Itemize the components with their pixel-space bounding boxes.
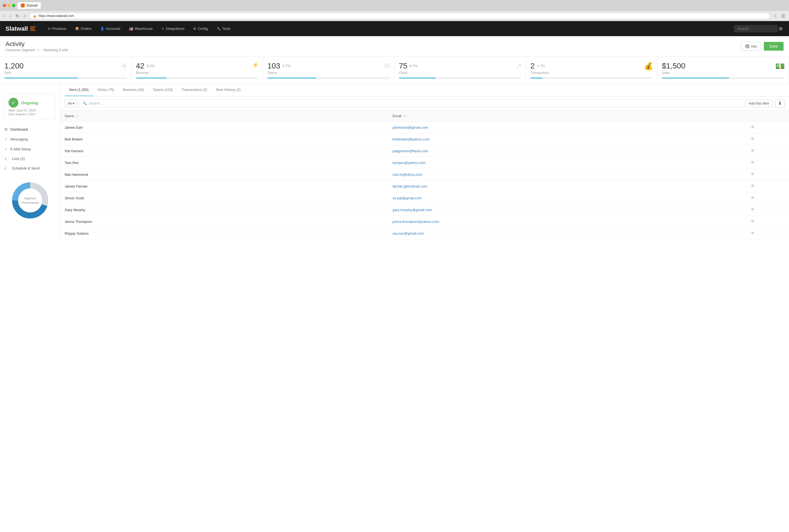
nav-orders[interactable]: 📦 Orders (71, 25, 95, 32)
view-icon[interactable]: 👁 (750, 172, 755, 177)
view-icon[interactable]: 👁 (750, 137, 755, 141)
nav-tools[interactable]: 🔧 Tools (213, 25, 234, 32)
sidebar-item-schedule[interactable]: 4. Schedule & Send (0, 164, 60, 173)
breadcrumb: Consumer Segment > Marketing E-Mail (5, 48, 70, 52)
tab-opens[interactable]: Opens (103) (148, 84, 177, 96)
tab-clicks[interactable]: Clicks (75) (93, 84, 118, 96)
stat-sales-label: Sales (662, 71, 784, 75)
nav-products[interactable]: 🏷 Products (44, 25, 70, 32)
reload-button[interactable]: ↻ (15, 13, 20, 19)
nav-integrations[interactable]: ⚛ Integrations (158, 25, 188, 32)
col-name-label: Name (65, 114, 74, 118)
cell-action: 👁 (716, 157, 789, 169)
accounts-icon: 👤 (100, 27, 104, 31)
settings-button[interactable]: ☰ (780, 13, 786, 19)
view-icon[interactable]: 👁 (750, 148, 755, 153)
tab-sent[interactable]: Sent (1,200) (65, 84, 93, 96)
save-button[interactable]: Save (764, 42, 784, 51)
email-link[interactable]: jenna.thompson@yahoo.com (392, 220, 439, 224)
cell-email: ss.pal@gmail.com (388, 192, 716, 204)
filter-search-input[interactable] (89, 101, 740, 106)
content-area: Sent (1,200) Clicks (75) Bounces (42) Op… (60, 84, 789, 239)
minimize-dot[interactable] (7, 4, 11, 7)
view-icon[interactable]: 👁 (750, 207, 755, 212)
tab-sent-history[interactable]: Sent History (2) (212, 84, 245, 96)
col-email-label: Email (392, 114, 402, 118)
cell-action: 👁 (716, 204, 789, 216)
back-button[interactable]: ‹ (3, 13, 6, 19)
stat-transactions-value: 2 (530, 62, 535, 70)
add-filter-button[interactable]: Add this filter (745, 100, 773, 107)
bounces-icon: ⚡ (252, 62, 259, 68)
email-link[interactable]: rey.sun@gmail.com (392, 231, 424, 235)
tab-transactions[interactable]: Transactions (2) (177, 84, 212, 96)
header-search-button[interactable]: ⊞ (778, 25, 784, 32)
browser-addressbar: ‹ › ↻ ⌂ 🔒 https://www.slatwall.com ☆ ☰ (0, 11, 789, 21)
address-bar[interactable]: 🔒 https://www.slatwall.com (29, 13, 770, 19)
email-link[interactable]: jamesearl@gmail.com (392, 126, 428, 130)
table-row: James Earl jamesearl@gmail.com 👁 (60, 121, 789, 133)
view-icon[interactable]: 👁 (750, 160, 755, 165)
email-link[interactable]: farmer.j@hotmail.com (392, 184, 427, 188)
sidebar-schedule-label: Schedule & Send (12, 166, 39, 170)
stat-clicks-percent: 9.7% (409, 64, 418, 68)
nav-config[interactable]: ⚙ Config (189, 25, 212, 32)
svg-text:Performance: Performance (21, 201, 39, 204)
sidebar-dashboard-label: Dashboard (11, 127, 28, 131)
email-sort-icon[interactable]: ⇅ (404, 115, 406, 118)
view-icon[interactable]: 👁 (750, 231, 755, 235)
email-link[interactable]: patgenson@fasol.com (392, 149, 428, 153)
breadcrumb-current: Marketing E-Mail (43, 48, 68, 52)
cell-name: Simon Scott (60, 192, 388, 204)
browser-dots (3, 4, 15, 7)
cell-email: rey.sun@gmail.com (388, 228, 716, 239)
breadcrumb-parent[interactable]: Consumer Segment (5, 48, 35, 52)
email-link[interactable]: tompen@yahoo.com (392, 161, 425, 165)
stat-transactions-percent: 1.7% (537, 64, 545, 68)
cell-name: Gary Murphy (60, 204, 388, 216)
cell-email: jenna.thompson@yahoo.com (388, 216, 716, 228)
bookmark-button[interactable]: ☆ (772, 13, 778, 19)
tab-favicon (21, 3, 25, 7)
tabs: Sent (1,200) Clicks (75) Bounces (42) Op… (60, 84, 789, 96)
sidebar-item-lists[interactable]: 3. Lists (2) (0, 154, 60, 164)
view-icon[interactable]: 👁 (750, 184, 755, 188)
forward-button[interactable]: › (8, 13, 12, 19)
sidebar-item-email-setup[interactable]: ✓ E-Mail Setup (0, 144, 60, 154)
close-dot[interactable] (3, 4, 6, 7)
home-button[interactable]: ⌂ (22, 13, 27, 19)
sidebar-item-messaging[interactable]: ✓ Messaging (0, 134, 60, 144)
info-button[interactable]: i Info (741, 42, 761, 51)
status-label: Ongoing (21, 100, 38, 105)
opens-icon: ✉ (384, 62, 390, 71)
stat-sales-value: $1,500 (662, 62, 685, 70)
header-search-input[interactable] (734, 25, 778, 32)
cell-name: Reyjay Solares (60, 228, 388, 239)
config-icon: ⚙ (193, 27, 196, 31)
maximize-dot[interactable] (12, 4, 15, 7)
table-row: Bob Bobert bobbobert@yahoo.com 👁 (60, 133, 789, 145)
table-header-row: Name ⇅ Email ⇅ (60, 111, 789, 121)
email-link[interactable]: gary.murphy@gmail.com (392, 208, 432, 212)
nav-warehouse[interactable]: 🏭 Warehouse (125, 25, 157, 32)
view-icon[interactable]: 👁 (750, 125, 755, 130)
filter-dropdown-label: All (68, 101, 72, 106)
cell-email: patgenson@fasol.com (388, 145, 716, 157)
view-icon[interactable]: 👁 (750, 219, 755, 224)
tab-bounces[interactable]: Bounces (42) (118, 84, 148, 96)
filter-dropdown[interactable]: All ▾ (65, 100, 77, 107)
sidebar-item-dashboard[interactable]: ⊞ Dashboard (0, 124, 60, 134)
browser-tab[interactable]: Slatwall (18, 2, 41, 9)
email-link[interactable]: ss.pal@gmail.com (392, 196, 422, 200)
email-link[interactable]: mat.hs@dncp.com (392, 172, 422, 177)
view-icon[interactable]: 👁 (750, 195, 755, 200)
email-link[interactable]: bobbobert@yahoo.com (392, 137, 429, 141)
stat-sent-label: Sent (4, 71, 127, 75)
svg-text:Segment: Segment (24, 196, 36, 200)
name-sort-icon[interactable]: ⇅ (76, 115, 78, 118)
stat-bounces-label: Bounces (136, 71, 258, 75)
download-button[interactable]: ⬇ (775, 99, 785, 108)
check-icon-email: ✓ (4, 147, 8, 151)
nav-accounts[interactable]: 👤 Accounts (96, 25, 124, 32)
table-row: Tom Pen tompen@yahoo.com 👁 (60, 157, 789, 169)
